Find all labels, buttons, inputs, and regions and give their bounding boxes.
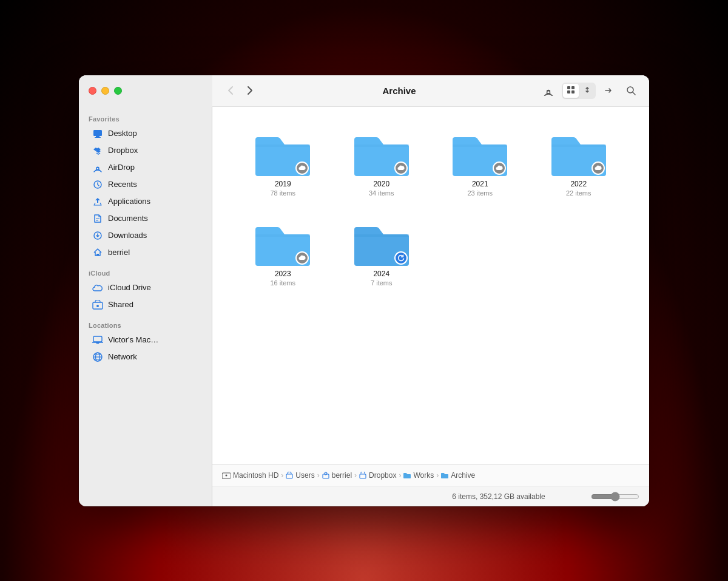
shared-icon <box>92 299 103 310</box>
sidebar-label-icloud-drive: iCloud Drive <box>108 283 151 292</box>
close-button[interactable] <box>89 87 96 95</box>
folder-item-2020[interactable]: 2020 34 items <box>335 125 428 203</box>
cloud-badge-2020 <box>394 161 408 175</box>
sidebar-item-shared[interactable]: Shared <box>83 296 208 313</box>
breadcrumb-label-archive: Archive <box>451 471 475 480</box>
sidebar-item-berriel[interactable]: berriel <box>83 244 208 261</box>
sidebar-label-applications: Applications <box>108 197 150 206</box>
sidebar-item-applications[interactable]: Applications <box>83 193 208 210</box>
maximize-button[interactable] <box>114 87 122 95</box>
sidebar-item-network[interactable]: Network <box>83 348 208 365</box>
recents-icon <box>92 179 103 190</box>
svg-point-10 <box>96 305 99 307</box>
status-info: 6 items, 352,12 GB available <box>406 492 591 501</box>
folder-name-2021: 2021 <box>472 180 488 188</box>
sidebar: Favorites Desktop <box>79 75 212 506</box>
folder-icon-container-2019 <box>255 131 310 176</box>
back-button[interactable] <box>222 82 239 99</box>
breadcrumb-label-works: Works <box>413 471 434 480</box>
size-slider-container <box>591 492 639 501</box>
info-bar: 6 items, 352,12 GB available <box>212 487 649 506</box>
sidebar-item-victors-mac[interactable]: Victor's Mac… <box>83 331 208 348</box>
sidebar-item-dropbox[interactable]: Dropbox <box>83 142 208 159</box>
laptop-icon <box>92 335 103 345</box>
folder-icon-container-2021 <box>453 131 507 176</box>
folder-item-2022[interactable]: 2022 22 items <box>533 125 625 203</box>
toolbar-right <box>540 82 639 99</box>
sidebar-item-airdrop[interactable]: AirDrop <box>83 159 208 176</box>
grid-view-button[interactable] <box>563 84 579 98</box>
airdrop-toolbar-button[interactable] <box>540 82 557 99</box>
file-grid: 2019 78 items <box>212 107 649 464</box>
svg-rect-0 <box>93 130 102 136</box>
main-content: Archive <box>212 75 649 506</box>
folder-icon-container-2023 <box>255 221 310 266</box>
sidebar-label-dropbox: Dropbox <box>108 146 138 155</box>
svg-point-25 <box>226 475 228 477</box>
airdrop-icon <box>92 162 103 173</box>
nav-buttons <box>222 82 258 99</box>
sidebar-item-documents[interactable]: Documents <box>83 210 208 227</box>
sidebar-label-victors-mac: Victor's Mac… <box>108 335 158 344</box>
downloads-icon <box>92 230 103 241</box>
documents-icon <box>92 213 103 224</box>
breadcrumb-macintosh-hd[interactable]: Macintosh HD <box>222 471 278 480</box>
breadcrumb-label-dropbox: Dropbox <box>369 471 396 480</box>
folder-item-2024[interactable]: 2024 7 items <box>335 215 428 293</box>
sort-view-button[interactable] <box>580 84 595 97</box>
breadcrumb-works[interactable]: Works <box>403 471 434 480</box>
view-controls <box>562 83 596 99</box>
cloud-badge-2023 <box>295 251 309 265</box>
folder-item-2021[interactable]: 2021 23 items <box>434 125 527 203</box>
breadcrumb-sep-3: › <box>354 471 357 480</box>
breadcrumb-users[interactable]: Users <box>286 471 314 480</box>
sidebar-label-recents: Recents <box>108 180 137 189</box>
network-icon <box>92 352 103 362</box>
sidebar-label-shared: Shared <box>108 300 133 309</box>
minimize-button[interactable] <box>101 87 109 95</box>
sidebar-item-recents[interactable]: Recents <box>83 176 208 193</box>
breadcrumb-berriel[interactable]: berriel <box>322 471 352 480</box>
forward-button[interactable] <box>241 82 258 99</box>
sidebar-item-desktop[interactable]: Desktop <box>83 125 208 142</box>
folder-name-2024: 2024 <box>373 270 389 278</box>
breadcrumb-archive[interactable]: Archive <box>441 471 475 480</box>
size-slider[interactable] <box>591 492 639 501</box>
breadcrumb-sep-2: › <box>317 471 320 480</box>
cloud-badge-2022 <box>592 161 605 175</box>
folder-item-2019[interactable]: 2019 78 items <box>237 125 329 203</box>
sidebar-item-downloads[interactable]: Downloads <box>83 227 208 244</box>
breadcrumb-dropbox[interactable]: Dropbox <box>359 471 396 480</box>
folder-name-2019: 2019 <box>275 180 291 188</box>
more-button[interactable] <box>601 82 618 99</box>
sidebar-item-icloud-drive[interactable]: iCloud Drive <box>83 279 208 296</box>
home-icon <box>92 247 103 258</box>
folder-icon-container-2024 <box>354 221 409 266</box>
breadcrumb-sep-4: › <box>399 471 401 480</box>
breadcrumb-sep-1: › <box>281 471 283 480</box>
folder-icon-container-2020 <box>354 131 409 176</box>
titlebar <box>79 75 212 107</box>
breadcrumb-label-users: Users <box>295 471 314 480</box>
svg-rect-26 <box>286 474 292 478</box>
search-button[interactable] <box>622 82 639 99</box>
locations-label: Locations <box>79 313 212 331</box>
icloud-icon <box>92 282 103 293</box>
folder-name-2023: 2023 <box>275 270 291 278</box>
svg-rect-20 <box>567 90 570 93</box>
breadcrumb-label-hd: Macintosh HD <box>233 471 278 480</box>
breadcrumb-bar: Macintosh HD › Users › <box>212 465 649 487</box>
finder-window: Favorites Desktop <box>79 75 649 506</box>
folder-count-2023: 16 items <box>270 279 295 287</box>
svg-rect-1 <box>96 136 99 137</box>
favorites-label: Favorites <box>79 107 212 125</box>
applications-icon <box>92 196 103 207</box>
icloud-label: iCloud <box>79 261 212 279</box>
folder-item-2023[interactable]: 2023 16 items <box>237 215 329 293</box>
svg-line-23 <box>633 92 635 95</box>
folder-name-2020: 2020 <box>373 180 389 188</box>
svg-rect-8 <box>96 254 99 256</box>
cloud-badge-2021 <box>493 161 506 175</box>
folder-count-2019: 78 items <box>270 189 295 197</box>
dropbox-icon <box>92 145 103 156</box>
